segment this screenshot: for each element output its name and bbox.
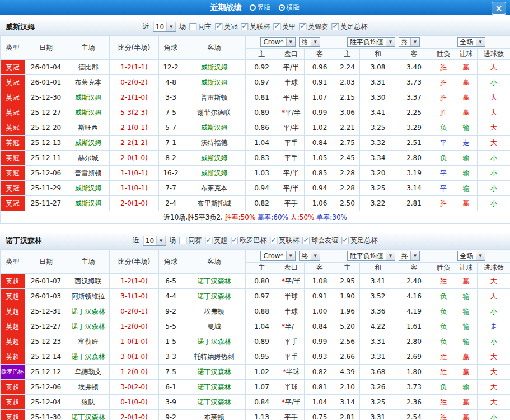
column-header: 角球 (159, 36, 183, 60)
result-wdl: 胜 (432, 60, 455, 75)
odds-away: 0.84 (305, 319, 335, 334)
view-option-0[interactable]: 竖版 (250, 3, 271, 12)
filter-option-1[interactable]: 英冠 (215, 22, 237, 31)
avg-away: 2.69 (396, 349, 432, 365)
odds-final-select[interactable]: 终▼ (299, 251, 320, 261)
checkbox-icon[interactable] (341, 237, 349, 244)
corners: 3-9 (159, 395, 183, 410)
result-wdl: 负 (432, 289, 455, 304)
result-goals: 走 (478, 319, 510, 334)
avg-home: 2.10 (335, 380, 360, 395)
match-row: 英冠25-12-27威斯汉姆5-3(2-3)7-5谢菲尔德联0.89*平/半0.… (1, 105, 510, 120)
filter-option-5[interactable]: 英足总杯 (341, 236, 377, 245)
odds-home: 0.81 (246, 90, 278, 105)
checkbox-icon[interactable] (179, 237, 186, 244)
filter-option-2[interactable]: 欧罗巴杯 (231, 236, 266, 245)
radio-icon[interactable] (279, 4, 285, 11)
filter-option-3[interactable]: 英联杯 (270, 236, 299, 245)
away-team: 威斯汉姆 (183, 120, 246, 136)
avg-home: 2.28 (335, 181, 360, 196)
checkbox-icon[interactable] (299, 23, 306, 30)
result-wdl: 负 (432, 304, 455, 319)
corners: 8-2 (159, 151, 183, 166)
close-button[interactable]: × (492, 2, 506, 15)
avg-group-header: 胜平负均值▼终▼ (335, 250, 432, 263)
chevron-down-icon: ▼ (386, 251, 395, 260)
recent-prefix-label: 近 (133, 236, 139, 245)
result-handicap: 输 (455, 120, 478, 136)
avg-type-select[interactable]: 胜平负均值▼ (347, 251, 395, 261)
filter-option-0[interactable]: 同主 (189, 22, 212, 31)
home-team: 布莱克本 (67, 75, 110, 90)
checkbox-icon[interactable] (331, 23, 339, 30)
filter-option-4[interactable]: 英锦赛 (299, 22, 328, 31)
avg-final-select[interactable]: 终▼ (399, 251, 420, 261)
score: 1-2(0-0) (110, 365, 159, 380)
avg-away: 3.73 (396, 75, 432, 90)
result-handicap: 走 (455, 136, 478, 151)
filter-option-5[interactable]: 英足总杯 (331, 22, 367, 31)
checkbox-icon[interactable] (231, 237, 238, 244)
filter-option-0[interactable]: 同赛 (179, 236, 202, 245)
filter-option-4[interactable]: 球会友谊 (302, 236, 338, 245)
away-team: 诺丁汉森林 (183, 289, 246, 304)
result-goals: 大 (478, 289, 510, 304)
match-date: 25-12-23 (25, 334, 67, 349)
recent-count-select[interactable]: 10▼ (153, 22, 176, 32)
checkbox-icon[interactable] (270, 237, 277, 244)
checkbox-icon[interactable] (302, 237, 310, 244)
avg-type-select[interactable]: 胜平负均值▼ (347, 37, 395, 47)
avg-away: 2.25 (396, 105, 432, 120)
score: 1-2(0-0) (110, 319, 159, 334)
checkbox-icon[interactable] (215, 23, 222, 30)
result-goals: 大 (478, 60, 510, 75)
filter-option-3[interactable]: 英甲 (273, 22, 296, 31)
score: 3-0(1-0) (110, 349, 159, 365)
score: 1-2(1-0) (110, 274, 159, 289)
result-wdl: 平 (432, 181, 455, 196)
checkbox-icon[interactable] (189, 23, 196, 30)
scope-select[interactable]: 全场▼ (457, 37, 485, 47)
avg-home: 2.95 (335, 274, 360, 289)
result-goals: 大 (478, 349, 510, 365)
filter-option-1[interactable]: 英超 (205, 236, 227, 245)
team-section-west-ham: 威斯汉姆近10▼场同主英冠英联杯英甲英锦赛英足总杯类型日期主场比分(半场)角球客… (0, 18, 510, 224)
avg-home: 2.75 (335, 136, 360, 151)
column-subheader: 让球 (455, 263, 478, 274)
filter-option-2[interactable]: 英联杯 (241, 22, 270, 31)
home-team: 威斯汉姆 (67, 90, 110, 105)
match-date: 25-12-06 (25, 166, 67, 181)
avg-final-select[interactable]: 终▼ (399, 37, 420, 47)
odds-home: 1.07 (246, 380, 278, 395)
filter-label: 球会友谊 (311, 236, 338, 245)
avg-away: 2.81 (396, 196, 432, 211)
away-team: 埃弗顿 (183, 304, 246, 319)
away-team: 威斯汉姆 (183, 151, 246, 166)
scope-select[interactable]: 全场▼ (457, 251, 485, 261)
odds-home: 1.03 (246, 166, 278, 181)
odds-home: 0.86 (246, 120, 278, 136)
league-badge: 英冠 (1, 166, 25, 181)
radio-icon[interactable] (250, 4, 256, 11)
bookmaker-select[interactable]: Crow*▼ (260, 37, 295, 47)
checkbox-icon[interactable] (241, 23, 248, 30)
checkbox-icon[interactable] (205, 237, 212, 244)
view-option-1[interactable]: 横版 (279, 3, 300, 12)
filter-label: 欧罗巴杯 (240, 236, 266, 245)
odds-away: 0.84 (305, 136, 335, 151)
avg-home: 2.15 (335, 90, 360, 105)
odds-final-select[interactable]: 终▼ (299, 37, 320, 47)
chevron-down-icon: ▼ (311, 251, 320, 260)
matches-table: 类型日期主场比分(半场)角球客场Crow*▼终▼胜平负均值▼终▼全场▼主盘口客主… (0, 249, 510, 420)
avg-home: 2.21 (335, 120, 360, 136)
bookmaker-select[interactable]: Crow*▼ (260, 251, 295, 261)
column-subheader: 主 (335, 49, 360, 60)
column-header: 类型 (1, 250, 25, 274)
away-team: 布里斯托城 (183, 196, 246, 211)
checkbox-icon[interactable] (273, 23, 280, 30)
avg-away: 4.19 (396, 304, 432, 319)
avg-away: 3.40 (396, 60, 432, 75)
recent-count-select[interactable]: 10▼ (143, 236, 166, 246)
filter-label: 英冠 (224, 22, 237, 31)
odds-home: 0.89 (246, 105, 278, 120)
